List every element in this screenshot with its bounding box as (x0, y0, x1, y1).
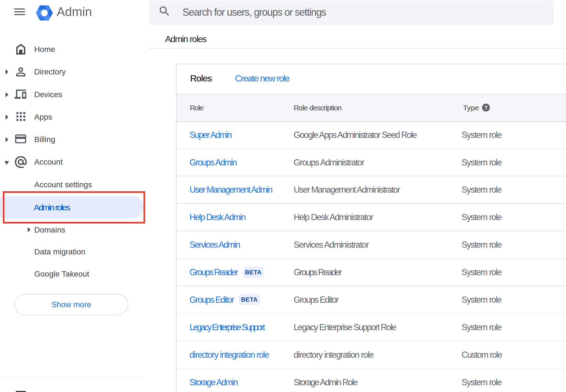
svg-text:?: ? (484, 105, 488, 111)
